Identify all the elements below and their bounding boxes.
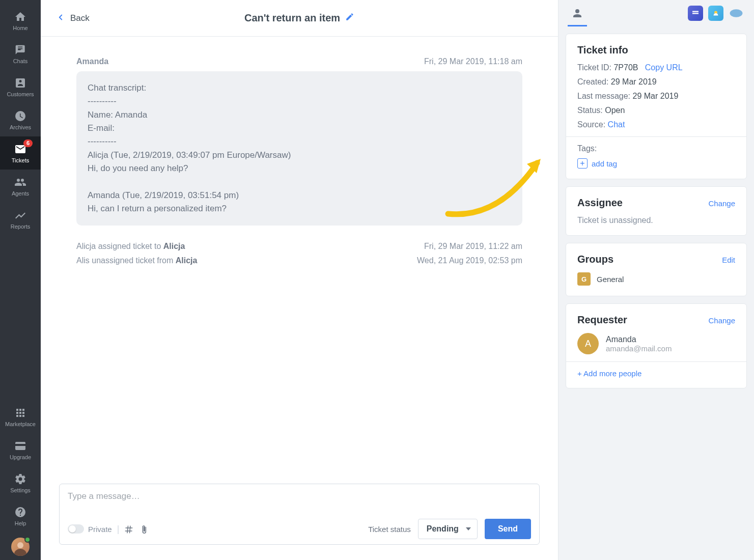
assignee-body: Ticket is unassigned. [577,216,735,225]
info-last-message: Last message: 29 Mar 2019 [577,92,735,101]
nav-label: Settings [10,488,31,493]
nav-home[interactable]: Home [0,4,41,37]
event-row: Alicja assigned ticket to Alicja Fri, 29… [76,242,522,251]
card-groups: Groups Edit G General [566,243,747,296]
nav-archives[interactable]: Archives [0,103,41,136]
private-label: Private [88,525,112,534]
edit-groups-link[interactable]: Edit [722,256,735,264]
customers-icon [14,76,27,90]
message-time: Fri, 29 Mar 2019, 11:18 am [424,57,522,66]
help-icon [14,506,27,519]
add-more-people-link[interactable]: + Add more people [577,369,641,378]
tags-label: Tags: [577,144,735,153]
main-panel: Back Can't return an item Amanda Fri, 29… [41,0,558,560]
private-toggle[interactable] [68,524,84,534]
info-source: Source: Chat [577,120,735,129]
title-text: Can't return an item [244,12,340,24]
archives-icon [14,109,27,123]
event-time: Fri, 29 Mar 2019, 11:22 am [424,242,522,251]
grid-icon [14,406,27,419]
chats-icon [14,43,27,57]
tab-person[interactable] [569,0,586,26]
status-online-dot [24,537,31,543]
nav-label: Agents [12,191,29,197]
agents-icon [14,176,27,189]
requester-name: Amanda [606,335,672,344]
nav-chats[interactable]: Chats [0,37,41,70]
message-composer: Private | Ticket status Pending Send [59,484,540,545]
change-requester-link[interactable]: Change [708,316,735,325]
group-name: General [597,275,624,284]
back-label: Back [70,13,90,23]
nav-tickets[interactable]: 6 Tickets [0,136,41,170]
requester-email: amanda@mail.com [606,344,672,353]
nav-help[interactable]: Help [0,499,41,533]
requester-avatar: A [577,333,599,354]
nav-upgrade[interactable]: Upgrade [0,433,41,466]
card-title: Ticket info [577,44,735,56]
nav-label: Reports [11,224,31,230]
nav-label: Tickets [12,158,29,163]
header-bar: Back Can't return an item [41,0,558,37]
card-title: Groups [577,254,613,265]
nav-marketplace[interactable]: Marketplace [0,400,41,433]
hashtag-icon[interactable] [124,524,133,535]
message-author: Amanda [76,57,108,66]
salesforce-icon[interactable] [729,6,744,21]
message-input[interactable] [68,491,531,519]
attachment-icon[interactable] [139,524,149,535]
nav-label: Marketplace [5,422,36,427]
reports-icon [14,209,27,222]
card-assignee: Assignee Change Ticket is unassigned. [566,186,747,236]
svg-point-1 [730,9,743,17]
event-time: Wed, 21 Aug 2019, 02:53 pm [417,256,522,265]
send-button[interactable]: Send [485,519,531,539]
nav-settings[interactable]: Settings [0,466,41,499]
tickets-badge: 6 [23,139,33,147]
chat-transcript: Chat transcript: ---------- Name: Amanda… [76,71,522,226]
nav-label: Upgrade [10,455,31,460]
group-badge: G [577,272,591,286]
event-subject: Alicja [176,256,198,265]
nav-label: Archives [10,125,31,130]
card-ticket-info: Ticket info Ticket ID: 7P70B Copy URL Cr… [566,34,747,179]
info-ticket-id: Ticket ID: 7P70B Copy URL [577,63,735,72]
nav-label: Customers [7,92,34,97]
gear-icon [14,472,27,486]
info-created: Created: 29 Mar 2019 [577,77,735,87]
conversation-area: Amanda Fri, 29 Mar 2019, 11:18 am Chat t… [41,37,558,484]
ticket-status-select[interactable]: Pending [418,519,478,539]
card-requester: Requester Change A Amanda amanda@mail.co… [566,303,747,388]
upgrade-icon [14,439,27,453]
info-status: Status: Open [577,106,735,115]
ticket-status-label: Ticket status [368,525,411,534]
change-assignee-link[interactable]: Change [708,199,735,208]
status-value: Pending [427,524,459,533]
integration-icon[interactable] [708,6,723,21]
source-link[interactable]: Chat [608,120,625,129]
integration-icon[interactable] [688,6,703,21]
page-title: Can't return an item [244,12,354,24]
event-text: Alicja assigned ticket to [76,242,163,250]
back-button[interactable]: Back [56,13,90,23]
event-row: Alis unassigned ticket from Alicja Wed, … [76,256,522,265]
edit-icon[interactable] [345,12,354,24]
nav-label: Help [15,521,26,526]
nav-label: Chats [13,59,28,64]
nav-customers[interactable]: Customers [0,70,41,103]
add-tag-label: add tag [592,159,617,168]
nav-sidebar: Home Chats Customers Archives 6 Tickets … [0,0,41,560]
nav-label: Home [13,25,27,31]
event-subject: Alicja [163,242,185,250]
event-text: Alis unassigned ticket from [76,256,176,265]
home-icon [14,10,27,23]
nav-reports[interactable]: Reports [0,203,41,236]
current-user-avatar[interactable] [11,538,30,556]
nav-agents[interactable]: Agents [0,170,41,203]
arrow-left-icon [56,13,65,23]
add-tag-button[interactable]: + add tag [577,158,735,169]
card-title: Requester [577,314,627,326]
detail-tabs [558,0,754,26]
copy-url-link[interactable]: Copy URL [645,63,683,72]
card-title: Assignee [577,197,623,209]
